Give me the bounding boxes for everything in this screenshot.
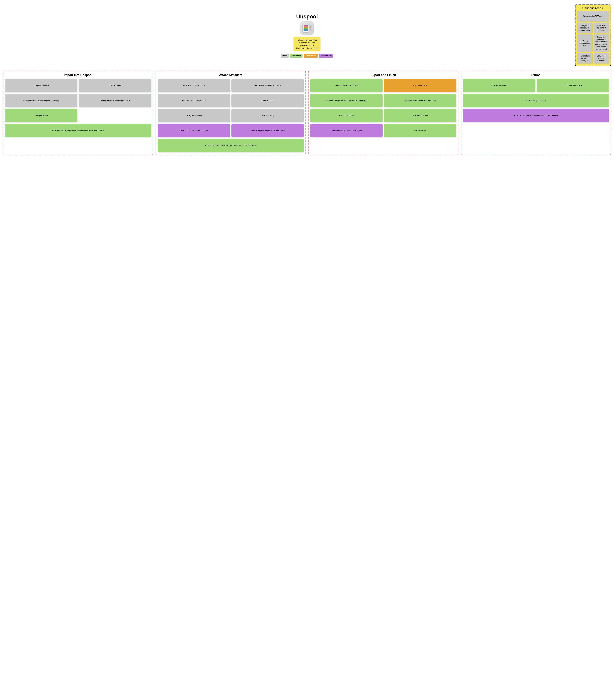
svg-rect-8 bbox=[310, 27, 311, 28]
bug-card-tiff[interactable]: Stop mangling TIFF data bbox=[577, 11, 609, 22]
svg-rect-4 bbox=[303, 28, 308, 29]
card-export-file-system[interactable]: Export to file system with consolidated … bbox=[310, 94, 383, 107]
bug-card-nav-photos[interactable]: Navigation doesn't work between photos bbox=[577, 23, 592, 33]
svg-rect-5 bbox=[303, 29, 308, 30]
card-set-time-individual[interactable]: Set time of individual photos bbox=[158, 79, 230, 92]
main-board: Import into Unspool Drag onto window Use… bbox=[3, 71, 611, 155]
legend: Done Should Do Can't Do Yet Nice to Have bbox=[280, 54, 334, 58]
card-undo-support[interactable]: Undo support bbox=[231, 94, 304, 107]
column-export-title: Export and Finish bbox=[310, 73, 456, 77]
card-set-camera-model[interactable]: Set camera model for entire roll bbox=[231, 79, 304, 92]
card-nicer-export-screen[interactable]: Nicer export screen bbox=[384, 109, 456, 122]
card-improve-location[interactable]: Improve location setting to be less frag… bbox=[231, 124, 304, 137]
card-file-open-errors[interactable]: File open errors bbox=[5, 109, 77, 122]
svg-rect-2 bbox=[303, 25, 308, 26]
app-description: Help people import their film scans into… bbox=[293, 37, 321, 51]
card-background-saving[interactable]: Background saving bbox=[158, 109, 230, 122]
column-metadata: Attach Metadata Set time of individual p… bbox=[155, 71, 306, 155]
card-nicer-loading-indicators[interactable]: Nicer loading indicators bbox=[463, 94, 609, 107]
card-set-location-individual[interactable]: Set location of individual photo bbox=[158, 94, 230, 107]
bug-zone: 🐛 THE BUG ZONE 🐛 Stop mangling TIFF data… bbox=[575, 4, 611, 66]
card-allow-camera-info[interactable]: Allow people to save information about t… bbox=[463, 109, 609, 122]
card-pdf-contact-sheet[interactable]: PDF contact sheet bbox=[310, 109, 383, 122]
app-center: Unspool Help people import their film sc… bbox=[280, 4, 334, 58]
bug-card-unlabelled[interactable]: Unlabelled fields on i(Pad)OS bbox=[593, 53, 609, 64]
card-export-to-photos[interactable]: Export to Photos bbox=[384, 79, 456, 92]
legend-nice-to-have: Nice to Have bbox=[319, 54, 334, 58]
card-more-efficient-loading[interactable]: More efficient loading (use temporary fi… bbox=[5, 124, 151, 137]
svg-rect-7 bbox=[310, 26, 311, 26]
column-import: Import into Unspool Drag onto window Use… bbox=[3, 71, 153, 155]
column-metadata-cards: Set time of individual photos Set camera… bbox=[158, 79, 304, 152]
card-change-store-data[interactable]: Change to store data in temporary direct… bbox=[5, 94, 77, 107]
svg-rect-3 bbox=[303, 27, 308, 28]
column-import-title: Import into Unspool bbox=[5, 73, 151, 77]
column-export-cards: Request Photos permission Export to Phot… bbox=[310, 79, 456, 137]
card-document-thumbnails[interactable]: Document thumbnails bbox=[537, 79, 609, 92]
card-nicer-about-screen[interactable]: Nicer About screen bbox=[463, 79, 535, 92]
bug-card-back-buttons[interactable]: Multiple back buttons on i(Pad)OS bbox=[577, 53, 592, 64]
bug-card-sort-order[interactable]: Sort order picker in Roll Metadata view … bbox=[593, 34, 609, 52]
card-use-file-picker[interactable]: Use file picker bbox=[79, 79, 151, 92]
card-push-pull[interactable]: Push/pull by fractional stops (e.g. 160-… bbox=[158, 139, 304, 152]
bug-zone-grid: Stop mangling TIFF data Navigation doesn… bbox=[577, 11, 609, 64]
bug-zone-title: 🐛 THE BUG ZONE 🐛 bbox=[577, 7, 609, 10]
card-drag-onto-window[interactable]: Drag onto window bbox=[5, 79, 77, 92]
legend-should-do: Should Do bbox=[290, 54, 302, 58]
column-export: Export and Finish Request Photos permiss… bbox=[308, 71, 459, 155]
app-icon bbox=[300, 21, 314, 35]
column-extras-title: Extras bbox=[463, 73, 609, 77]
header-area: Unspool Help people import their film sc… bbox=[3, 4, 611, 66]
bug-card-missing-nav[interactable]: Missing navigation on iOS bbox=[577, 34, 592, 52]
svg-rect-9 bbox=[310, 29, 311, 29]
app-title: Unspool bbox=[296, 13, 318, 20]
card-map-overview[interactable]: Map overview bbox=[384, 124, 456, 137]
legend-cant-do: Can't Do Yet bbox=[304, 54, 318, 58]
card-refactor-saving[interactable]: Refactor saving bbox=[231, 109, 304, 122]
card-decode-exif[interactable]: Decode exif data & file creation time bbox=[79, 94, 151, 107]
column-import-cards: Drag onto window Use file picker Change … bbox=[5, 79, 151, 137]
column-extras: Extras Nicer About screen Document thumb… bbox=[461, 71, 611, 155]
card-confidence-test[interactable]: Confidence test: Timeline in right order bbox=[384, 94, 456, 107]
card-search-context-clues[interactable]: Search for context clues in image bbox=[158, 124, 230, 137]
bug-card-unreliable-import[interactable]: Unreliable importing of directories bbox=[593, 23, 609, 33]
card-trash-unspool-doc[interactable]: Trash Unspool document when done bbox=[310, 124, 383, 137]
column-extras-cards: Nicer About screen Document thumbnails N… bbox=[463, 79, 609, 122]
legend-done: Done bbox=[280, 54, 289, 58]
column-metadata-title: Attach Metadata bbox=[158, 73, 304, 77]
card-request-photos-permission[interactable]: Request Photos permission bbox=[310, 79, 383, 92]
